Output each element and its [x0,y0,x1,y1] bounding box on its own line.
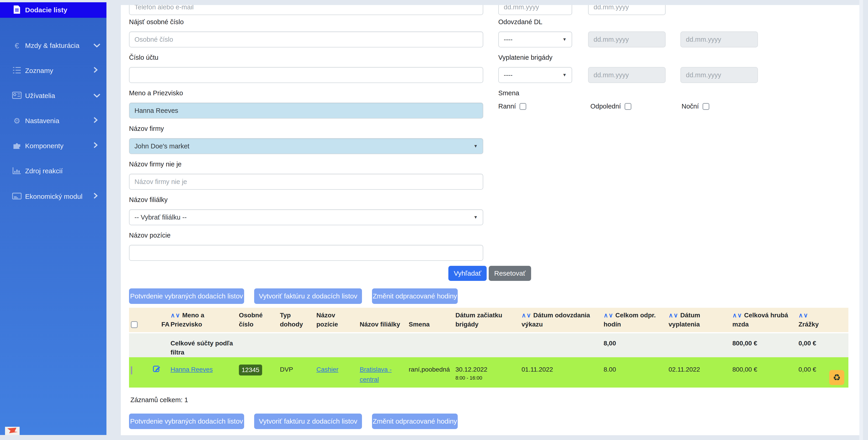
sort-icons[interactable]: ∧∨ [170,312,181,319]
sidebar-item-zdroj-reakcii[interactable]: Zdroj reakcií [0,164,106,178]
header-meno-priezvisko[interactable]: ∧∨Meno a Priezvisko [166,311,235,329]
date-from-input[interactable]: dd.mm.yyyy [498,5,572,15]
odovzdane-dl-date-from[interactable]: dd.mm.yyyy [588,31,665,48]
smena-ranni-checkbox[interactable] [520,103,526,110]
select-all-checkbox[interactable] [131,321,138,328]
edit-icon[interactable] [152,368,161,375]
vyplatenie-date-to[interactable]: dd.mm.yyyy [680,67,758,83]
header-hruba-mzda[interactable]: ∧∨Celková hrubá mzda [728,311,795,329]
date-to-input[interactable]: dd.mm.yyyy [588,5,665,15]
change-hours-button-bottom[interactable]: Změnit odpracované hodiny [372,414,458,429]
summary-hodiny: 8,00 [599,339,664,348]
nazov-firmy-nie-je-input[interactable]: Názov firmy nie je [129,174,483,190]
scrollbar-track[interactable] [859,0,863,440]
sidebar-item-label: Užívatelia [25,92,55,100]
summary-label: Celkové súčty podľa filtra [166,339,235,357]
search-button[interactable]: Vyhľadať [448,266,487,281]
row-select-cell [129,366,150,375]
row-typ-dohody: DVP [276,365,312,375]
records-total: Záznamů celkem: 1 [130,396,188,404]
sidebar-item-dodacie-listy[interactable]: Dodacie listy [0,2,106,18]
sidebar-item-label: Nastavenia [25,117,59,125]
sort-icons[interactable]: ∧∨ [669,312,679,319]
smena-nocni-option: Noční [682,103,709,110]
label-nazov-filialky: Názov filiálky [129,196,167,204]
sidebar-item-komponenty[interactable]: Komponenty [0,138,106,153]
summary-zrazky: 0,00 € [795,339,825,348]
sidebar-item-uzivatelia[interactable]: Užívatelia [0,89,106,103]
header-fa: FA [150,320,166,329]
row-hodiny: 8.00 [599,365,664,375]
cislo-uctu-input[interactable] [129,67,483,83]
header-nazov-pozicie: Názov pozície [312,311,355,329]
sidebar-item-label: Zoznamy [25,67,53,74]
header-datum-odovzdania[interactable]: ∧∨Dátum odovzdania výkazu [518,311,599,329]
osobne-cislo-input[interactable]: Osobné číslo [129,31,483,48]
content-area: Telefón alebo e-mail dd.mm.yyyy dd.mm.yy… [121,5,859,435]
row-odovzdanie: 01.11.2022 [518,365,599,375]
row-edit-cell [150,364,166,377]
employee-link[interactable]: Hanna Reeves [170,366,213,373]
odovzdane-dl-date-to[interactable]: dd.mm.yyyy [680,31,758,48]
header-zrazky[interactable]: ∧∨ Zrážky [795,311,825,329]
smena-nocni-checkbox[interactable] [703,103,709,110]
sidebar-item-zoznamy[interactable]: Zoznamy [0,63,106,78]
row-zaciatok: 30.12.2022 8:00 - 16:00 [451,365,518,381]
label-nazov-firmy: Názov firmy [129,124,164,133]
table-row: Hanna Reeves 12345 DVP Cashier Bratislav… [129,357,848,387]
nazov-filialky-select[interactable]: -- Vybrať filiálku -- ▼ [129,209,483,225]
position-link[interactable]: Cashier [316,366,338,373]
odovzdane-dl-select[interactable]: ---- ▼ [498,31,572,48]
sidebar-item-label: Zdroj reakcií [25,167,63,175]
phone-email-input[interactable]: Telefón alebo e-mail [129,5,483,15]
chevron-right-icon [93,192,98,201]
header-celkom-hodin[interactable]: ∧∨Celkom odpr. hodín [599,311,664,329]
sort-icons[interactable]: ∧∨ [603,312,614,319]
row-checkbox[interactable] [131,366,132,375]
vyplatenie-date-from[interactable]: dd.mm.yyyy [588,67,665,83]
document-icon [12,5,22,15]
smena-ranni-option: Ranní [498,103,526,110]
branch-link[interactable]: Bratislava - central [360,366,392,383]
confirm-delivery-notes-button[interactable]: Potvrdenie vybraných dodacích listov [129,288,244,304]
sort-icons[interactable]: ∧∨ [799,312,808,319]
smena-ranni-label: Ranní [498,103,516,110]
sidebar-item-mzdy-fakturacia[interactable]: € Mzdy & fakturácia [0,38,106,53]
nazov-firmy-select[interactable]: John Doe's market ▼ [129,138,483,154]
regenerate-button[interactable]: ♻ [829,370,844,385]
sidebar-item-nastavenia[interactable]: ⚙ Nastavenia [0,114,106,128]
sidebar-item-label: Dodacie listy [25,6,67,14]
chevron-down-icon [93,92,101,100]
dropdown-arrow-icon: ▼ [562,37,567,42]
confirm-delivery-notes-button-bottom[interactable]: Potvrdenie vybraných dodacích listov [129,414,244,429]
summary-row: Celkové súčty podľa filtra 8,00 800,00 €… [129,333,848,357]
sort-icons[interactable]: ∧∨ [522,312,532,319]
list-icon [12,66,22,75]
label-nazov-pozicie: Názov pozície [129,231,170,240]
nazov-pozicie-input[interactable] [129,245,483,261]
sidebar-item-ekonomicky-modul[interactable]: Ekonomický modul [0,189,106,204]
recycle-icon: ♻ [833,373,841,382]
dropdown-arrow-icon: ▼ [473,144,478,149]
smena-odpoledni-label: Odpolední [590,103,621,110]
vyplatenie-brigady-select[interactable]: ---- ▼ [498,67,572,83]
chevron-right-icon [93,142,98,150]
create-invoice-button-bottom[interactable]: Vytvoriť faktúru z dodacích listov [254,414,362,429]
bottom-left-logo[interactable] [5,427,20,435]
create-invoice-button[interactable]: Vytvoriť faktúru z dodacích listov [254,288,362,304]
header-datum-vyplatenia[interactable]: ∧∨Dátum vyplatenia [664,311,728,329]
start-date: 30.12.2022 [456,365,518,375]
chevron-right-icon [93,117,98,125]
row-osobne-cislo: 12345 [235,365,276,375]
sort-icons[interactable]: ∧∨ [733,312,742,319]
sidebar-item-label: Mzdy & fakturácia [25,42,79,50]
dropdown-arrow-icon: ▼ [473,215,478,220]
label-nazov-firmy-nie-je: Názov firmy nie je [129,160,181,168]
meno-priezvisko-input[interactable]: Hanna Reeves [129,103,483,119]
label-smena: Smena [498,89,519,97]
reset-button[interactable]: Resetovať [489,266,531,281]
smena-odpoledni-checkbox[interactable] [625,103,631,110]
credit-card-icon [12,193,22,200]
change-hours-button[interactable]: Změnit odpracované hodiny [372,288,458,304]
row-filialka: Bratislava - central [355,365,405,385]
